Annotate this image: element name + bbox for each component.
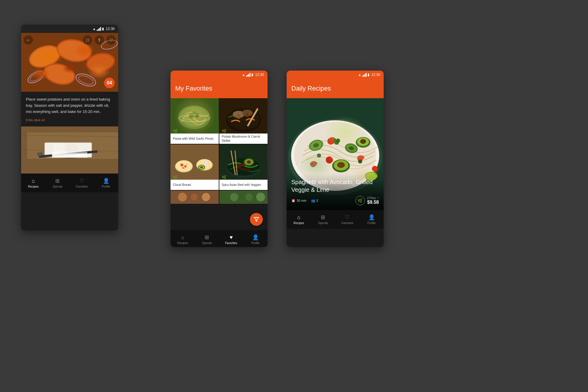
nav-favorites-3[interactable]: ♡ Favorites [335,210,360,229]
nav-special-label-2: Special [202,241,212,245]
svg-point-33 [179,115,210,122]
status-bar-3: ▲ ▮ 12:30 [287,71,384,79]
nav-recipes-3[interactable]: ⌂ Recipes [287,210,311,229]
grid-icon-1: ⊞ [55,178,60,184]
recipe-header-image: ← □ ⇧ ♡ 04 [21,33,118,92]
partial-illustration-2 [219,191,268,204]
fav-item-partial-2[interactable] [219,191,268,204]
svg-point-91 [334,160,348,171]
time-2: 12:30 [255,73,264,77]
svg-point-7 [41,60,78,88]
svg-point-11 [74,71,97,89]
nav-recipes-label-2: Recipes [177,241,188,245]
nav-favorites-1[interactable]: ♡ Favorites [70,174,94,192]
wifi-icon: ▲ [93,27,96,31]
filter-icon [254,217,259,222]
heart-icon-3: ♡ [345,214,350,221]
svg-point-29 [180,106,208,127]
svg-point-77 [245,193,253,201]
svg-point-9 [26,69,46,85]
phone-daily-recipes: ▲ ▮ 12:30 Daily Recipes [287,71,384,247]
svg-rect-21 [45,143,92,157]
daily-title: Daily Recipes [291,85,379,92]
nav-profile-label-3: Profile [368,221,376,225]
svg-point-95 [360,139,366,144]
person-icon-3: 👤 [368,214,375,221]
nav-special-3[interactable]: ⊞ Special [311,210,335,229]
svg-point-50 [182,167,184,169]
wifi-icon-3: ▲ [358,73,361,76]
price-label: 2 Pers. ~ [367,196,379,200]
nav-profile-3[interactable]: 👤 Profile [360,210,384,229]
signal-icons-1: ▲ ▮ [93,27,104,31]
status-bar-2: ▲ ▮ 12:30 [171,71,268,79]
filter-fab-button[interactable] [250,213,263,226]
svg-point-102 [317,154,321,158]
nav-profile-label-2: Profile [251,241,260,245]
svg-point-1 [26,41,63,71]
signal-bar-2 [246,73,250,77]
nav-profile-1[interactable]: 👤 Profile [94,174,118,192]
svg-point-72 [178,193,187,201]
nav-profile-2[interactable]: 👤 Profile [243,230,268,247]
heart-icon-1: ♡ [79,178,84,184]
nav-favorites-label-1: Favorites [76,185,88,188]
pasta-name: Pasta with Wild Garlic Pesto [173,137,213,141]
fav-item-cloud[interactable]: 🌿 Cloud Bread [171,144,219,190]
daily-hero-image[interactable]: Spaghetti with Avocado, Grilled Veggie &… [287,98,384,210]
pasta-illustration [171,98,219,134]
hero-overlay: Spaghetti with Avocado, Grilled Veggie &… [287,174,384,210]
price-value: $9.58 [367,200,379,205]
svg-line-17 [21,141,118,143]
share-button[interactable]: ⇧ [95,35,104,45]
svg-point-94 [357,138,369,146]
svg-point-6 [86,52,115,73]
svg-point-49 [184,165,187,168]
step-text: Place sweet potatoes and onion on a line… [26,96,113,115]
svg-point-67 [247,160,251,164]
fav-item-partial-1[interactable] [171,191,219,204]
svg-rect-23 [66,144,77,156]
leaf-icon-beef: 🌿 [222,175,226,179]
recipe-meta: ⏰ 30 min 👥 2 🌿 2 Pers. ~ $9.58 [291,196,379,205]
mushroom-image [219,98,268,134]
pasta-image [171,98,219,134]
leaf-circle-icon: 🌿 [355,196,365,205]
feta-cheese-image [21,126,118,174]
beef-name: Spicy Asian Beef with Veggies [222,183,261,187]
grid-icon-3: ⊞ [321,214,325,221]
svg-point-10 [29,71,43,83]
nav-profile-label-1: Profile [102,185,110,188]
leaf-icon-pasta: 🌿 [173,129,178,133]
save-button[interactable]: □ [83,35,92,45]
battery-icon-2: ▮ [251,73,253,77]
daily-header: Daily Recipes [287,79,384,98]
heart-icon-2: ♥ [230,234,233,241]
svg-point-76 [230,193,238,201]
nav-favorites-2[interactable]: ♥ Favorites [219,230,243,247]
svg-line-16 [21,135,118,137]
svg-point-32 [193,111,196,115]
svg-point-86 [313,142,320,148]
svg-point-45 [176,160,192,171]
nav-recipes-1[interactable]: ⌂ Recipes [21,174,46,192]
home-icon-2: ⌂ [181,234,184,241]
svg-point-90 [332,159,350,172]
fav-item-beef[interactable]: 🌿 Spicy Asian Beef with Veggies [219,144,268,190]
ingredient-text: 6 tbs olive oil [26,118,113,122]
favorite-button[interactable]: ♡ [106,35,116,45]
nav-special-2[interactable]: ⊞ Special [195,230,219,247]
favorites-body: 🌿 Pasta with Wild Garlic Pesto [171,98,268,230]
servings-value: 2 [316,199,318,202]
mushroom-name: Potato Mushroom & Carrot Skillet [222,135,265,142]
header-controls: ← □ ⇧ ♡ [24,35,116,45]
back-button[interactable]: ← [24,35,33,45]
fav-item-pasta[interactable]: 🌿 Pasta with Wild Garlic Pesto [171,98,219,144]
signal-icons-3: ▲ ▮ [358,73,370,77]
home-icon-3: ⌂ [297,214,300,221]
nav-special-1[interactable]: ⊞ Special [46,174,70,192]
svg-rect-14 [21,126,118,174]
fav-item-mushroom[interactable]: 🌿 Potato Mushroom & Carrot Skillet [219,98,268,144]
status-bar-1: ▲ ▮ 12:30 [21,25,118,33]
nav-recipes-2[interactable]: ⌂ Recipes [171,230,195,247]
